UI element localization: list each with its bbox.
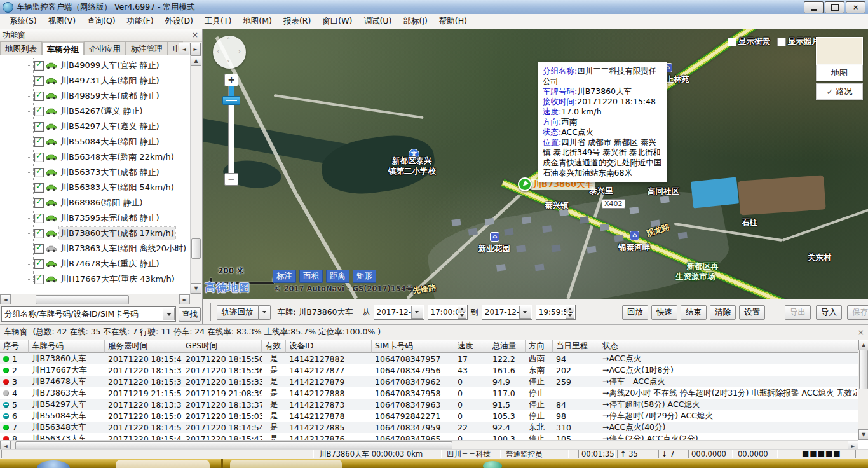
- vehicle-checkbox[interactable]: ✓: [34, 61, 44, 71]
- street-view-checkbox[interactable]: 显示街景: [728, 36, 770, 47]
- scroll-thumb[interactable]: [36, 295, 129, 305]
- spin-down-icon[interactable]: [566, 313, 574, 319]
- playback-设置-button[interactable]: 设置: [739, 305, 765, 320]
- close-button[interactable]: ×: [846, 1, 865, 13]
- menu-item[interactable]: 视图(V): [43, 14, 81, 29]
- column-header-总油量[interactable]: 总油量: [489, 340, 526, 353]
- vehicle-checkbox[interactable]: ✓: [34, 122, 44, 132]
- vehicle-tree-item[interactable]: ✓川B55084大车(绵阳 静止): [0, 134, 190, 149]
- vehicle-checkbox[interactable]: ✓: [34, 214, 44, 223]
- vehicle-tree-item[interactable]: ✓川B54267(遵义 静止): [0, 104, 190, 119]
- zoom-in-button[interactable]: +: [224, 74, 238, 86]
- playback-清除-button[interactable]: 清除: [710, 305, 736, 320]
- vehicle-checkbox[interactable]: ✓: [34, 183, 44, 193]
- menu-item[interactable]: 外设(D): [159, 14, 199, 29]
- column-header-方向[interactable]: 方向: [526, 340, 553, 353]
- vehicle-checkbox[interactable]: ✓: [34, 137, 44, 147]
- windows-taskbar[interactable]: [0, 459, 868, 468]
- tab-scroll-right-icon[interactable]: ►: [190, 43, 201, 55]
- vehicle-checkbox[interactable]: ✓: [34, 168, 44, 177]
- vehicle-marker[interactable]: [518, 177, 532, 191]
- photos-checkbox[interactable]: 显示照片: [777, 36, 820, 47]
- to-date-picker[interactable]: 2017-12-20: [482, 305, 532, 320]
- table-vertical-scrollbar[interactable]: ▲ ▼: [858, 340, 868, 440]
- map-pan-control[interactable]: ˄ ˅ ‹ ›: [213, 36, 246, 69]
- playback-mode-dropdown-icon[interactable]: [259, 305, 271, 320]
- pan-left-icon[interactable]: ‹: [217, 48, 219, 55]
- playback-回放-button[interactable]: 回放: [622, 305, 648, 320]
- search-button[interactable]: 查找: [179, 307, 201, 322]
- vehicle-tree-item[interactable]: ✓川B49099大车(宜宾 静止): [0, 58, 190, 73]
- playback-结束-button[interactable]: 结束: [681, 305, 707, 320]
- dropdown-icon[interactable]: [519, 306, 531, 319]
- track-playback-button[interactable]: 轨迹回放: [217, 305, 259, 320]
- menu-item[interactable]: 窗口(W): [316, 14, 358, 29]
- vehicle-tree-item[interactable]: ✓川B56373大车(成都 静止): [0, 165, 190, 180]
- scroll-down-icon[interactable]: ▼: [858, 429, 868, 440]
- vehicle-tree-item[interactable]: ✓川B54297大车(遵义 静止): [0, 119, 190, 134]
- column-header-GPS时间[interactable]: GPS时间: [182, 340, 262, 353]
- taskbar-app-1[interactable]: [116, 460, 210, 468]
- scroll-thumb[interactable]: [191, 238, 201, 259]
- vehicle-tree-item[interactable]: ✓川B68986(绵阳 静止): [0, 195, 190, 210]
- tab-车辆分组[interactable]: 车辆分组: [42, 41, 84, 55]
- table-row[interactable]: 4川B73863大车20171219 21:15:5520171219 21:0…: [0, 387, 858, 399]
- vehicle-checkbox[interactable]: ✓: [34, 198, 44, 208]
- vehicle-checkbox[interactable]: ✓: [34, 107, 44, 116]
- spin-down-icon[interactable]: [458, 313, 466, 319]
- tree-vertical-scrollbar[interactable]: ▲ ▼: [190, 55, 201, 294]
- menu-item[interactable]: 地图(M): [237, 14, 278, 29]
- traffic-toggle[interactable]: ✓ 路况: [816, 83, 863, 100]
- column-header-序号[interactable]: 序号: [0, 340, 29, 353]
- vehicle-checkbox[interactable]: ✓: [34, 76, 44, 86]
- dropdown-icon[interactable]: [411, 306, 423, 319]
- vehicle-checkbox[interactable]: ✓: [34, 259, 44, 269]
- tree-horizontal-scrollbar[interactable]: ◄ ►: [0, 294, 201, 305]
- to-time-spinner[interactable]: 19:59:59: [536, 305, 576, 320]
- playback-快速-button[interactable]: 快速: [651, 305, 677, 320]
- scroll-thumb[interactable]: [859, 350, 868, 389]
- menu-item[interactable]: 系统(S): [4, 14, 43, 29]
- search-input[interactable]: 分组名称/车牌号码/设备ID/SIM卡号码: [1, 306, 176, 322]
- menu-item[interactable]: 工具(T): [199, 14, 237, 29]
- vehicle-checkbox[interactable]: ✓: [34, 153, 44, 162]
- vehicle-tree-item[interactable]: ✓川B49731大车(绵阳 静止): [0, 73, 190, 88]
- from-time-spinner[interactable]: 17:00:00: [428, 305, 468, 320]
- vehicle-window-close-icon[interactable]: ×: [858, 327, 864, 337]
- playback-导入-button[interactable]: 导入: [816, 305, 842, 320]
- vehicle-tree-item[interactable]: ✓川B56383大车(绵阳 54km/h): [0, 180, 190, 195]
- column-header-当日里程[interactable]: 当日里程: [553, 340, 599, 353]
- scroll-up-icon[interactable]: ▲: [858, 340, 868, 350]
- menu-item[interactable]: 报表(R): [278, 14, 316, 29]
- scroll-up-icon[interactable]: ▲: [191, 55, 201, 66]
- tab-企业应用[interactable]: 企业应用: [84, 41, 126, 55]
- pan-down-icon[interactable]: ˅: [227, 60, 230, 67]
- minimize-button[interactable]: [804, 1, 824, 13]
- vehicle-checkbox[interactable]: ✓: [34, 92, 44, 101]
- table-row[interactable]: 1川B73860大车20171220 18:15:4820171220 18:1…: [0, 353, 858, 364]
- tab-标注管理[interactable]: 标注管理: [126, 41, 168, 55]
- start-orb-icon[interactable]: [37, 460, 70, 468]
- taskbar-app-2[interactable]: [230, 460, 342, 468]
- map-tool-距离[interactable]: 距离: [326, 270, 349, 283]
- table-row[interactable]: 8川B56373大车20171220 18:15:4120171220 18:1…: [0, 433, 858, 440]
- tab-scroll-left-icon[interactable]: ◄: [179, 43, 189, 55]
- vehicle-checkbox[interactable]: ✓: [34, 275, 44, 284]
- table-row[interactable]: 3川B74678大车20171220 18:15:3120171220 18:1…: [0, 376, 858, 387]
- menu-item[interactable]: 帮助(H): [433, 14, 473, 29]
- vehicle-tree-item[interactable]: ✓川B73860大车(成都 17km/h): [0, 226, 190, 241]
- column-header-服务器时间[interactable]: 服务器时间: [105, 340, 182, 353]
- column-header-车牌号码[interactable]: 车牌号码: [29, 340, 105, 353]
- column-header-SIM卡号码[interactable]: SIM卡号码: [372, 340, 454, 353]
- vehicle-tree-item[interactable]: ✓川B49859大车(成都 静止): [0, 88, 190, 104]
- pan-right-icon[interactable]: ›: [238, 48, 241, 55]
- maximize-button[interactable]: [825, 1, 844, 13]
- scroll-down-icon[interactable]: ▼: [191, 283, 201, 294]
- table-row[interactable]: 7川B56348大车20171220 18:14:5120171220 18:1…: [0, 422, 858, 433]
- menu-item[interactable]: 功能(F): [121, 14, 159, 29]
- vehicle-tree-item[interactable]: ✓川B73595未完(成都 静止): [0, 210, 190, 226]
- zoom-slider-handle[interactable]: [222, 96, 240, 105]
- map-type-thumbnail[interactable]: [816, 37, 863, 65]
- column-header-设备ID[interactable]: 设备ID: [286, 340, 372, 353]
- map-tool-矩形[interactable]: 矩形: [353, 270, 376, 283]
